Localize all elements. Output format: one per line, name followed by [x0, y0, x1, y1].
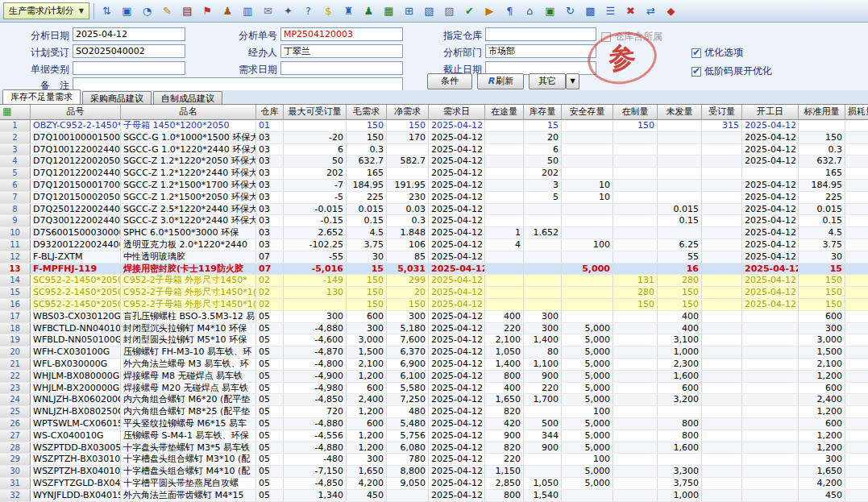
remark-input[interactable] — [73, 77, 403, 91]
column-header-14[interactable]: 开工日 — [742, 105, 799, 120]
user-icon[interactable]: ♟ — [360, 2, 377, 19]
table-row[interactable]: 20WFH-CX030100G压铆螺钉 FH-M3-10 易车铁、环05-4,8… — [0, 346, 868, 359]
column-header-4[interactable]: 最大可受订量 — [284, 105, 347, 120]
book-icon[interactable]: ▧ — [421, 2, 438, 19]
column-header-2[interactable]: 品名 — [121, 105, 256, 120]
refresh-icon[interactable]: ↻ — [562, 2, 579, 19]
table-row[interactable]: 29WSZPTZH-BX030100G十字槽盘头组合螺钉 M3*10 (配05-… — [0, 454, 868, 466]
table-row[interactable]: 28WSZPTDD-BX030050G十字盘头带垫螺钉 M3*5 易车铁05-4… — [0, 442, 868, 454]
table-row[interactable]: 23WHJLM-BX200000G焊接螺母 M20 无碰焊点 易车铁05-4,9… — [0, 383, 868, 395]
tab-3[interactable]: 自制成品建议 — [153, 91, 222, 104]
column-header-8[interactable]: 在途量 — [485, 105, 524, 120]
doc-search-icon[interactable]: ¶ — [501, 2, 518, 19]
column-header-13[interactable]: 受订量 — [702, 105, 742, 120]
column-header-10[interactable]: 安全存量 — [562, 105, 613, 120]
analysis-date-input[interactable]: 2025-04-12 — [73, 27, 185, 41]
table-row[interactable]: 11D932001220024400G透明亚克力板 2.0*1220*24400… — [0, 239, 868, 251]
table-row[interactable]: 30WSZPTZH-BX040100G十字槽盘头组合螺钉 M4*10 (配05-… — [0, 466, 868, 478]
display-icon[interactable]: ▣ — [542, 2, 559, 19]
table-row[interactable]: 27WS-CX040010G压铆螺母 S-M4-1 易车铁、环保05-4,556… — [0, 430, 868, 442]
column-header-5[interactable]: 毛需求 — [347, 105, 387, 120]
checkbox-low-level-code-expand[interactable]: 低阶码展开优化 — [691, 64, 772, 78]
close-icon[interactable]: ✖ — [622, 2, 639, 19]
demand-date-input[interactable] — [280, 61, 403, 75]
table-row[interactable]: 25WNLJZH-BX080250G内六角组合螺钉 M8*25 (配平垫0572… — [0, 406, 868, 418]
monitor-icon[interactable]: ▣ — [118, 2, 135, 19]
table-icon[interactable]: ☰ — [602, 2, 619, 19]
column-header-1[interactable]: 品号 — [31, 105, 121, 120]
refresh-button[interactable]: R刷新 — [477, 73, 524, 89]
doc-type-input[interactable] — [73, 61, 185, 75]
select-all-icon[interactable]: ▦ — [2, 105, 11, 118]
team-icon[interactable]: ♟ — [219, 2, 236, 19]
export-icon[interactable]: ⇄ — [642, 2, 659, 19]
table-row[interactable]: 5D7Q1201220024400GSGCC-Z 1.2*1220*2440 环… — [0, 168, 868, 180]
forward-icon[interactable]: ▶ — [481, 2, 498, 19]
table-row[interactable]: 4D7Q1201220020500GSGCC-Z 1.2*1220*2050 环… — [0, 156, 868, 168]
assigned-wh-input[interactable] — [485, 27, 596, 41]
module-menu-button[interactable]: 生产需求/计划分 ▼ — [3, 2, 89, 19]
column-header-15[interactable]: 标准用量 — [799, 105, 845, 120]
table-row[interactable]: 1OBZY-C952-2-1450*2(子母箱 1450*1200*205001… — [0, 120, 868, 132]
table-row[interactable]: 24WNLJZH-BX060200G内六角组合螺钉 M6*20 (配平垫05-4… — [0, 394, 868, 406]
column-header-11[interactable]: 在制量 — [613, 105, 658, 120]
column-header-12[interactable]: 未发量 — [658, 105, 702, 120]
checkbox-warehouse-included[interactable]: 仓库含所属 — [601, 30, 662, 44]
other-button[interactable]: 其它 — [529, 73, 566, 89]
other-dropdown-button[interactable]: ▼ — [566, 73, 579, 89]
table-row[interactable]: 18WFBCTLD-NN040100G封闭型沉头拉铆钉 M4*10 环保05-4… — [0, 323, 868, 335]
column-header-9[interactable]: 库存量 — [524, 105, 562, 120]
pin-icon[interactable]: ✦ — [280, 2, 297, 19]
table-row[interactable]: 17WBS03-CX030120G盲孔压铆螺柱 BSO-3.5M3-12 易05… — [0, 311, 868, 323]
table-row[interactable]: 9D7Q3001220024400GSGCC-Z 3.0*1220*2440 环… — [0, 215, 868, 227]
money-icon[interactable]: $ — [320, 2, 337, 19]
exit-icon[interactable]: ◆ — [662, 2, 679, 19]
table-row[interactable]: 22WHJLM-BX080000G焊接螺母 M8 无碰焊点 易车铁05-4,90… — [0, 371, 868, 383]
table-row[interactable]: 3D7Q1001220024400GSGCC-G 1.0*1220*2440 环… — [0, 144, 868, 156]
table-row[interactable]: 2D7Q1001000015000GSGCC-G 1.0*1000*1500 环… — [0, 132, 868, 144]
chart-icon[interactable]: ▩ — [582, 2, 599, 19]
sign-icon[interactable]: ✎ — [159, 2, 176, 19]
table-row[interactable]: 31WSZFYTZGLD-BX04015(十字槽平圆头带垫燕尾自攻螺05-4,8… — [0, 478, 868, 490]
column-header-selector[interactable]: ▦ — [0, 105, 31, 120]
table-row[interactable]: 10D7S6001500030000GSPHC 6.0*1500*3000 环保… — [0, 227, 868, 239]
report-icon[interactable]: ▦ — [380, 2, 397, 19]
column-header-3[interactable]: 仓库 — [256, 105, 284, 120]
table-row[interactable]: 32WYNJFLDD-BX040150G外六角法兰面带齿螺钉 M4*15051,… — [0, 490, 868, 502]
save-icon[interactable]: ▥ — [239, 2, 256, 19]
copy-icon[interactable]: ▨ — [441, 2, 458, 19]
help-icon[interactable]: ? — [300, 2, 317, 19]
table-row[interactable]: 7D7Q1201500020500GSGCC-Z 1.2*1500*2050 环… — [0, 192, 868, 204]
sort-icon[interactable]: ⇅ — [98, 2, 115, 19]
cell: -4,850 — [284, 394, 347, 405]
table-row[interactable]: 6D7Q1201500017000GSGCC-Z 1.2*1500*1700 环… — [0, 180, 868, 192]
handler-input[interactable]: 丁翠兰 — [280, 44, 403, 58]
table-row[interactable]: 15SC952-2-1450*2050-(C952-2子母箱 外形尺寸1450*… — [0, 287, 868, 299]
condition-button[interactable]: 条件 — [427, 73, 472, 89]
flag-icon[interactable]: ⚑ — [199, 2, 216, 19]
clock-icon[interactable]: ◔ — [139, 2, 156, 19]
analysis-no-input[interactable]: MP2504120003 — [280, 27, 403, 41]
table-row[interactable]: 14SC952-2-1450*2050-(C952-2子母箱 外形尺寸1450*… — [0, 275, 868, 287]
table-row[interactable]: 16SC952-2-1450*2050-(C952-2子母箱 外形尺寸1450*… — [0, 299, 868, 311]
table-row[interactable]: 13F-MPFHJ-119焊接用密封胶(卡士119防火胶07-5,016155,… — [0, 263, 868, 276]
table-row[interactable]: 26WPTSWLM-CX060150G平头竖纹拉铆螺母 M6*15 易车05-4… — [0, 418, 868, 430]
table-row[interactable]: 21WFL-BX030000G外六角法兰螺母 M3 易车铁、环05-4,8002… — [0, 359, 868, 371]
column-header-6[interactable]: 净需求 — [387, 105, 429, 120]
tab-1[interactable]: 库存不足量需求 — [2, 89, 81, 104]
plan-order-input[interactable]: SO2025040002 — [73, 44, 185, 58]
analysis-dept-input[interactable]: 市场部 — [485, 44, 596, 58]
checkbox-optimize-option[interactable]: 优化选项 — [691, 46, 743, 60]
table-row[interactable]: 8D7Q2501220024400GSGCC-Z 2.5*1220*2440 环… — [0, 204, 868, 216]
bank-icon[interactable]: ⌂ — [521, 2, 538, 19]
briefcase-icon[interactable]: ▤ — [179, 2, 196, 19]
tab-2[interactable]: 采购商品建议 — [82, 91, 152, 104]
cart-icon[interactable]: ♜ — [340, 2, 357, 19]
table-row[interactable]: 12F-BLJ-ZXTM中性透明玻璃胶07-5530852025-04-1255… — [0, 251, 868, 263]
column-header-16[interactable]: 损耗量 — [845, 105, 868, 120]
calculator-icon[interactable]: ⊞ — [401, 2, 417, 19]
mail-icon[interactable]: ✉ — [260, 2, 276, 19]
approve-icon[interactable]: ✔ — [461, 2, 478, 19]
table-row[interactable]: 19WFBLD-NN050100G封闭型圆头拉铆钉 M5*10 环保05-4,6… — [0, 334, 868, 346]
column-header-7[interactable]: 需求日 — [429, 105, 485, 120]
